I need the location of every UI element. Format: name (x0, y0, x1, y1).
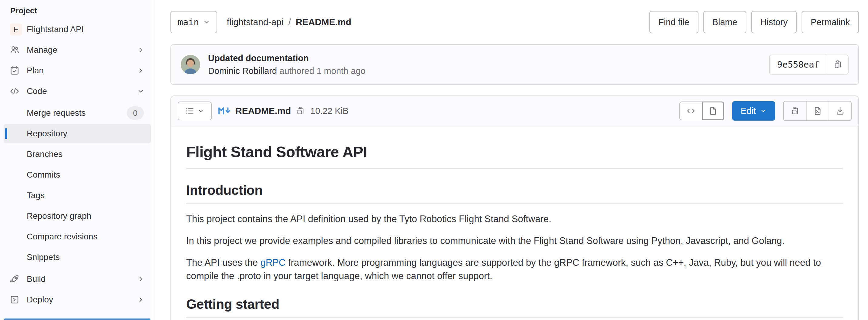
breadcrumb-repo-link[interactable]: flightstand-api (227, 17, 284, 27)
sidebar-item-snippets[interactable]: Snippets (4, 248, 151, 267)
sidebar-item-label: Branches (27, 150, 62, 159)
sidebar-item-repository-graph[interactable]: Repository graph (4, 206, 151, 226)
chevron-down-icon (203, 19, 210, 26)
commit-sha-widget: 9e558eaf (769, 55, 848, 74)
sidebar-item-label: Repository (27, 129, 67, 138)
project-name: Flightstand API (27, 25, 84, 34)
sidebar-item-label: Compare revisions (27, 232, 97, 242)
readme-paragraph: The API uses the gRPC framework. More pr… (186, 256, 843, 283)
sidebar-item-build[interactable]: Build (4, 269, 151, 289)
calendar-icon (10, 66, 20, 75)
sidebar-item-label: Merge requests (27, 108, 86, 118)
readme-heading-getting-started: Getting started (186, 297, 843, 318)
breadcrumb-separator: / (288, 17, 291, 27)
commit-message-link[interactable]: Updated documentation (208, 53, 366, 63)
readme-title: Flight Stand Software API (186, 143, 843, 169)
view-mode-toggle (679, 101, 724, 120)
file-size: 10.22 KiB (310, 106, 348, 116)
sidebar-scroll-gutter (152, 0, 155, 320)
file-breadcrumb-bar: main flightstand-api / README.md Find fi… (170, 0, 859, 44)
merge-requests-count-badge: 0 (127, 106, 144, 120)
sidebar-item-label: Build (27, 274, 45, 284)
branch-name: main (178, 17, 199, 27)
file-viewer: README.md 10.22 KiB Edit (170, 95, 859, 320)
readme-paragraph: This project contains the API definition… (186, 213, 843, 226)
sidebar-item-label: Deploy (27, 295, 53, 305)
file-actions: Find file Blame History Permalink (649, 11, 859, 33)
readme-paragraph: In this project we provide examples and … (186, 234, 843, 248)
sidebar-item-compare-revisions[interactable]: Compare revisions (4, 227, 151, 246)
branch-selector[interactable]: main (170, 11, 217, 33)
sidebar-item-commits[interactable]: Commits (4, 165, 151, 185)
permalink-button[interactable]: Permalink (802, 11, 859, 33)
sidebar-item-code[interactable]: Code (4, 82, 151, 101)
sidebar-item-plan[interactable]: Plan (4, 61, 151, 80)
grpc-link[interactable]: gRPC (260, 257, 286, 268)
file-utility-buttons (783, 101, 851, 121)
commit-sha: 9e558eaf (770, 55, 827, 74)
copy-file-path-button[interactable] (296, 106, 305, 116)
sidebar-item-label: Commits (27, 170, 60, 180)
sidebar-item-label: Manage (27, 45, 57, 55)
project-avatar: F (10, 23, 22, 35)
history-button[interactable]: History (751, 11, 797, 33)
rendered-view-button[interactable] (702, 101, 724, 120)
readme-text: The API uses the (186, 257, 260, 268)
edit-label: Edit (741, 106, 756, 116)
edit-button[interactable]: Edit (732, 101, 775, 121)
find-file-button[interactable]: Find file (649, 11, 699, 33)
users-icon (10, 45, 20, 55)
active-indicator (5, 128, 7, 139)
readme-content: Flight Stand Software API Introduction T… (171, 126, 858, 318)
sidebar-item-deploy[interactable]: Deploy (4, 290, 151, 310)
sidebar: Project F Flightstand API Manage Plan Co… (0, 0, 155, 320)
sidebar-section-label: Project (0, 4, 155, 20)
sidebar-item-merge-requests[interactable]: Merge requests 0 (4, 103, 151, 123)
file-header: README.md 10.22 KiB Edit (171, 96, 858, 126)
chevron-down-icon (197, 107, 204, 114)
bullet-list-icon (185, 106, 194, 116)
readme-heading-introduction: Introduction (186, 183, 843, 204)
breadcrumb: flightstand-api / README.md (227, 17, 351, 27)
blame-button[interactable]: Blame (703, 11, 746, 33)
avatar[interactable] (181, 55, 200, 74)
download-button[interactable] (829, 101, 851, 120)
main-content: main flightstand-api / README.md Find fi… (156, 0, 868, 320)
chevron-right-icon (137, 296, 144, 303)
chevron-down-icon (137, 88, 144, 95)
chevron-right-icon (137, 276, 144, 283)
sidebar-project[interactable]: F Flightstand API (4, 20, 151, 39)
deploy-icon (10, 295, 20, 305)
sidebar-item-label: Snippets (27, 252, 60, 262)
file-name: README.md (235, 106, 291, 116)
sidebar-drag-handle[interactable] (4, 319, 150, 320)
sidebar-item-label: Plan (27, 66, 44, 75)
sidebar-item-repository[interactable]: Repository (4, 124, 151, 143)
rocket-icon (10, 274, 20, 284)
commit-timestamp: authored 1 month ago (279, 66, 366, 76)
sidebar-item-tags[interactable]: Tags (4, 186, 151, 205)
sidebar-item-label: Tags (27, 191, 44, 200)
file-contents-toggle-button[interactable] (178, 101, 212, 120)
markdown-icon (218, 106, 232, 116)
sidebar-item-branches[interactable]: Branches (4, 145, 151, 164)
chevron-right-icon (137, 67, 144, 74)
commit-author-link[interactable]: Dominic Robillard (208, 66, 277, 76)
breadcrumb-current-file: README.md (296, 17, 351, 27)
chevron-down-icon (760, 107, 767, 114)
sidebar-item-manage[interactable]: Manage (4, 40, 151, 60)
copy-sha-button[interactable] (827, 55, 848, 74)
open-raw-button[interactable] (806, 101, 829, 120)
sidebar-item-label: Repository graph (27, 211, 91, 221)
copy-file-contents-button[interactable] (784, 101, 806, 120)
source-view-button[interactable] (679, 101, 702, 120)
sidebar-item-label: Code (27, 86, 47, 96)
last-commit-panel: Updated documentation Dominic Robillard … (170, 44, 859, 85)
code-icon (10, 86, 20, 96)
chevron-right-icon (137, 46, 144, 54)
